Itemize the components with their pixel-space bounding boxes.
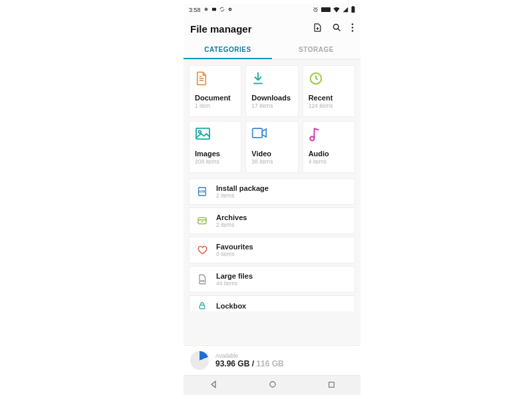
card-title: Downloads	[251, 94, 292, 102]
status-bar: 3:58	[184, 4, 360, 16]
tab-storage[interactable]: STORAGE	[272, 41, 360, 59]
card-sub: 208 items	[195, 158, 235, 165]
list-sub: 2 items	[216, 192, 269, 199]
svg-rect-29	[198, 217, 206, 223]
header-actions	[313, 23, 354, 35]
svg-rect-8	[352, 6, 354, 7]
list-title: Large files	[216, 272, 253, 280]
message-icon	[211, 7, 217, 13]
download-icon	[251, 71, 292, 87]
status-left: 3:58	[189, 7, 233, 13]
app-title: File manager	[190, 23, 313, 35]
card-sub: 124 items	[309, 102, 349, 109]
search-icon[interactable]	[332, 23, 342, 35]
tab-categories[interactable]: CATEGORIES	[184, 41, 272, 59]
svg-text:APK: APK	[199, 190, 205, 194]
list-sub: 2 items	[216, 221, 247, 228]
signal-icon	[342, 7, 348, 14]
svg-point-13	[352, 30, 354, 32]
audio-icon	[309, 127, 349, 143]
list-title: Lockbox	[216, 302, 246, 310]
card-video[interactable]: Video 38 items	[245, 121, 298, 173]
svg-rect-6	[321, 7, 331, 12]
svg-point-11	[352, 23, 354, 25]
storage-pie-icon	[190, 351, 209, 370]
svg-point-9	[334, 25, 339, 30]
card-title: Video	[251, 150, 292, 158]
location-icon	[203, 7, 209, 13]
svg-point-21	[199, 130, 201, 133]
more-icon[interactable]	[351, 23, 354, 35]
document-icon	[195, 71, 235, 87]
card-title: Audio	[309, 150, 349, 158]
volte-icon	[321, 7, 331, 13]
camera-icon	[227, 7, 233, 13]
nav-back-icon[interactable]	[201, 377, 226, 394]
storage-label: Available	[215, 352, 284, 359]
phone-frame: 3:58	[184, 4, 360, 395]
status-right	[313, 6, 355, 14]
card-downloads[interactable]: Downloads 17 items	[245, 65, 298, 117]
tabs: CATEGORIES STORAGE	[184, 41, 360, 59]
nav-home-icon[interactable]	[260, 377, 285, 394]
storage-summary[interactable]: Available 93.96 GB / 116 GB	[184, 345, 360, 375]
svg-line-10	[338, 29, 340, 31]
new-file-icon[interactable]	[313, 23, 323, 35]
svg-rect-33	[200, 305, 205, 309]
list-favourites[interactable]: Favourites 0 items	[189, 237, 355, 263]
card-sub: 4 items	[309, 158, 349, 165]
storage-sep: /	[249, 359, 256, 368]
card-sub: 38 items	[251, 158, 292, 165]
list-title: Favourites	[216, 243, 253, 251]
svg-rect-2	[212, 8, 216, 11]
svg-rect-20	[196, 128, 209, 139]
status-time: 3:58	[189, 7, 201, 13]
card-images[interactable]: Images 208 items	[189, 121, 241, 173]
svg-marker-23	[263, 129, 267, 137]
svg-point-1	[205, 9, 206, 9]
wifi-icon	[333, 7, 340, 14]
clock-icon	[309, 71, 349, 87]
svg-point-12	[352, 27, 354, 29]
battery-icon	[351, 6, 355, 14]
large-file-icon: MB	[196, 274, 208, 285]
card-document[interactable]: Document 1 item	[189, 65, 241, 117]
apk-icon: APK	[196, 186, 208, 197]
category-list: APK Install package 2 items Archives 2 i…	[184, 178, 360, 319]
storage-total: 116 GB	[256, 359, 283, 368]
svg-line-26	[314, 128, 319, 130]
heart-icon	[196, 245, 208, 255]
list-sub: 44 items	[216, 280, 253, 287]
archive-icon	[196, 216, 208, 225]
lock-icon	[196, 301, 208, 310]
svg-point-4	[229, 9, 231, 10]
card-title: Document	[195, 94, 235, 102]
storage-available: 93.96 GB	[215, 359, 249, 368]
list-install-package[interactable]: APK Install package 2 items	[189, 178, 355, 205]
system-navbar	[184, 375, 360, 395]
list-large-files[interactable]: MB Large files 44 items	[189, 266, 355, 293]
nav-recent-icon[interactable]	[319, 377, 344, 394]
list-title: Archives	[216, 213, 247, 221]
storage-values: 93.96 GB / 116 GB	[215, 359, 284, 368]
card-title: Recent	[309, 94, 349, 102]
svg-text:MB: MB	[200, 279, 205, 283]
content-scroll[interactable]: Document 1 item Downloads 17 items Recen…	[184, 59, 360, 345]
storage-text: Available 93.96 GB / 116 GB	[215, 352, 284, 368]
list-archives[interactable]: Archives 2 items	[189, 207, 355, 234]
svg-rect-7	[352, 7, 355, 13]
category-grid: Document 1 item Downloads 17 items Recen…	[184, 60, 360, 178]
svg-point-35	[269, 381, 275, 386]
svg-marker-34	[211, 381, 215, 387]
svg-rect-22	[253, 128, 263, 138]
list-lockbox[interactable]: Lockbox	[189, 295, 355, 311]
image-icon	[195, 127, 235, 143]
card-audio[interactable]: Audio 4 items	[303, 121, 355, 173]
app-header: File manager	[184, 16, 360, 41]
list-sub: 0 items	[216, 251, 253, 257]
svg-rect-36	[329, 382, 334, 387]
card-sub: 1 item	[195, 102, 235, 109]
card-recent[interactable]: Recent 124 items	[303, 65, 355, 117]
list-title: Install package	[216, 184, 269, 192]
alarm-icon	[313, 7, 319, 14]
